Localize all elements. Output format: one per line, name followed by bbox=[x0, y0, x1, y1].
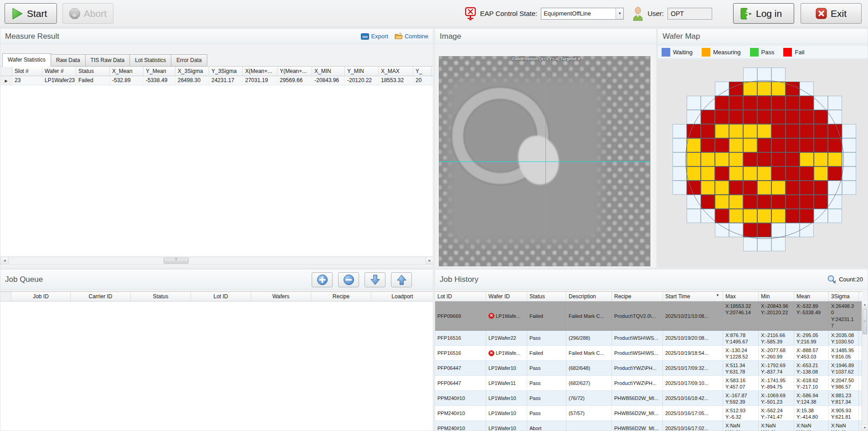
column-header[interactable]: Status bbox=[131, 292, 191, 301]
column-header[interactable]: Min bbox=[759, 292, 794, 301]
column-header[interactable]: 3Sigma bbox=[829, 292, 859, 301]
tab-raw-data[interactable]: Raw Data bbox=[51, 54, 86, 67]
history-row[interactable]: PFP06447LP1Wafer10Pass(682/648)Product\Y… bbox=[435, 361, 863, 376]
column-header[interactable]: Recipe bbox=[311, 292, 371, 301]
wafer-id-text: LP1Wafer10 bbox=[488, 365, 516, 371]
column-header[interactable]: Max bbox=[723, 292, 759, 301]
column-header[interactable]: Wafer # bbox=[42, 67, 76, 76]
minus-icon bbox=[343, 274, 354, 286]
tab-error-data[interactable]: Error Data bbox=[171, 54, 207, 67]
remove-job-button[interactable] bbox=[338, 272, 359, 287]
toolbar-right-group: EAP Control State: EquipmentOffLine ▼ Us… bbox=[464, 3, 868, 24]
column-header[interactable]: X_3Sigma bbox=[175, 67, 209, 76]
column-header[interactable]: X_Mean bbox=[110, 67, 144, 76]
column-header[interactable]: X_MIN bbox=[312, 67, 345, 76]
column-header[interactable]: Y_3Sigma bbox=[209, 67, 243, 76]
abort-button[interactable]: Abort bbox=[62, 3, 113, 24]
tab-wafer-statistics[interactable]: Wafer Statistics bbox=[2, 53, 51, 67]
column-header[interactable]: X(Mean+... bbox=[243, 67, 277, 76]
max-cell: X:-167.87 Y:592.39 bbox=[723, 391, 759, 405]
column-header[interactable]: Status bbox=[527, 292, 566, 301]
wafer-die-cell bbox=[771, 237, 786, 251]
column-header[interactable]: Status bbox=[76, 67, 110, 76]
horizontal-scrollbar[interactable]: ◄ ► bbox=[0, 257, 433, 265]
column-header[interactable]: Carrier ID bbox=[71, 292, 131, 301]
mean-cell: X:-532.89 Y:-5338.49 bbox=[794, 301, 829, 330]
exit-button[interactable]: Exit bbox=[801, 3, 862, 24]
mean-cell: X:-653.21 Y:-138.08 bbox=[794, 361, 829, 375]
recipe-cell: PHWB56D2W_MI... bbox=[612, 421, 663, 431]
scrollbar-thumb[interactable] bbox=[164, 258, 189, 264]
history-row[interactable]: PPM240#10LP1Wafer10Pass(57/57)PHWB56D2W_… bbox=[435, 406, 863, 421]
image-scrollbar[interactable] bbox=[650, 56, 653, 266]
user-input[interactable]: OPT bbox=[668, 8, 712, 20]
wafer-die-cell bbox=[743, 223, 757, 237]
history-row[interactable]: PPM240#10LP1Wafer10AbortPHWB56D2W_MI...2… bbox=[435, 421, 863, 431]
vertical-scrollbar[interactable]: ▲ ▼ bbox=[862, 301, 868, 431]
history-row[interactable]: PFP09669✕LP1Wafe...FailedFailed Mark C..… bbox=[435, 301, 863, 331]
tab-lot-statistics[interactable]: Lot Statistics bbox=[129, 54, 171, 67]
column-header[interactable]: Loadport bbox=[371, 292, 433, 301]
move-up-button[interactable] bbox=[391, 272, 412, 287]
column-header[interactable]: Y(Mean+... bbox=[277, 67, 312, 76]
legend-label-waiting: Waiting bbox=[673, 49, 693, 56]
min-cell: X:-1741.95 Y:-894.75 bbox=[759, 376, 794, 390]
column-header[interactable]: Y_ bbox=[413, 67, 431, 76]
search-icon[interactable] bbox=[827, 275, 837, 285]
scrollbar-track[interactable] bbox=[9, 257, 426, 264]
wafer-die-cell bbox=[814, 195, 828, 209]
vertical-scrollbar-thumb[interactable] bbox=[863, 309, 867, 334]
scroll-up-icon[interactable]: ▲ bbox=[862, 301, 868, 308]
scroll-left-icon[interactable]: ◄ bbox=[1, 257, 9, 264]
lot-id-cell: PPM240#10 bbox=[435, 406, 486, 421]
export-button[interactable]: csv Export bbox=[361, 33, 388, 40]
column-header[interactable]: Start Time▼ bbox=[663, 292, 723, 301]
table-row[interactable]: ▶23LP1Wafer23Failed-532.89-5338.4926498.… bbox=[0, 76, 433, 85]
table-cell: 29569.66 bbox=[277, 76, 312, 85]
column-header[interactable]: Lot ID bbox=[435, 292, 486, 301]
chevron-down-icon[interactable]: ▼ bbox=[616, 8, 623, 19]
job-history-panel: Job History Count:20 Lot IDWafer IDStatu… bbox=[435, 269, 868, 431]
wafer-die-cell bbox=[743, 138, 757, 152]
plus-icon bbox=[317, 274, 328, 286]
login-button[interactable]: Log in bbox=[733, 3, 794, 24]
top-toolbar: Start Abort EAP Control State: bbox=[0, 0, 868, 27]
column-header[interactable]: Y_MIN bbox=[345, 67, 379, 76]
user-value: OPT bbox=[671, 10, 684, 17]
column-header[interactable]: Wafers bbox=[251, 292, 311, 301]
wafer-die-cell bbox=[828, 166, 842, 181]
job-history-header: Job History Count:20 bbox=[435, 270, 868, 290]
max-cell: X:18553.32 Y:20746.14 bbox=[723, 301, 759, 330]
column-header[interactable]: X_MAX bbox=[379, 67, 413, 76]
tab-tis-raw-data[interactable]: TIS Raw Data bbox=[85, 54, 130, 67]
wafer-die-cell bbox=[814, 110, 828, 124]
wafer-die-cell bbox=[701, 124, 715, 138]
eap-state-dropdown[interactable]: EquipmentOffLine ▼ bbox=[541, 8, 624, 20]
image-panel: Image FieldPosition:(X=1 Y=-4) TargetId:… bbox=[435, 28, 657, 268]
column-header[interactable]: Slot # bbox=[12, 67, 42, 76]
history-row[interactable]: PFP06447LP1Wafer11Pass(682/627)Product\Y… bbox=[435, 376, 863, 391]
add-job-button[interactable] bbox=[312, 272, 333, 287]
wafer-die-cell bbox=[743, 181, 757, 195]
wafer-die-cell bbox=[814, 138, 828, 152]
start-button[interactable]: Start bbox=[5, 3, 57, 24]
column-header[interactable]: Mean bbox=[794, 292, 829, 301]
column-header[interactable]: Job ID bbox=[11, 292, 71, 301]
column-header[interactable]: Y_Mean bbox=[144, 67, 175, 76]
combine-button[interactable]: Combine bbox=[395, 33, 428, 40]
history-row[interactable]: PFP16516✕LP1Wafe...FailedFailed Mark C..… bbox=[435, 346, 863, 361]
lot-id-cell: PFP16516 bbox=[435, 331, 486, 345]
column-header[interactable]: Description bbox=[566, 292, 612, 301]
column-header[interactable]: Lot ID bbox=[191, 292, 251, 301]
wafer-statistics-table: Slot #Wafer #StatusX_MeanY_MeanX_3SigmaY… bbox=[0, 66, 433, 256]
move-down-button[interactable] bbox=[365, 272, 385, 287]
scroll-right-icon[interactable]: ► bbox=[426, 257, 433, 264]
column-header[interactable]: Recipe bbox=[612, 292, 663, 301]
wafer-die-cell bbox=[814, 209, 828, 223]
history-row[interactable]: PPM240#10LP1Wafer10Pass(76/72)PHWB56D2W_… bbox=[435, 391, 863, 406]
wafer-map-legend: WaitingMeasuringPassFail bbox=[658, 45, 868, 59]
column-header[interactable]: Wafer ID bbox=[486, 292, 527, 301]
sort-indicator-icon[interactable]: ▼ bbox=[716, 293, 720, 300]
scroll-down-icon[interactable]: ▼ bbox=[862, 424, 868, 431]
history-row[interactable]: PFP16516LP1Wafer22Pass(296/288)Product\W… bbox=[435, 331, 863, 346]
